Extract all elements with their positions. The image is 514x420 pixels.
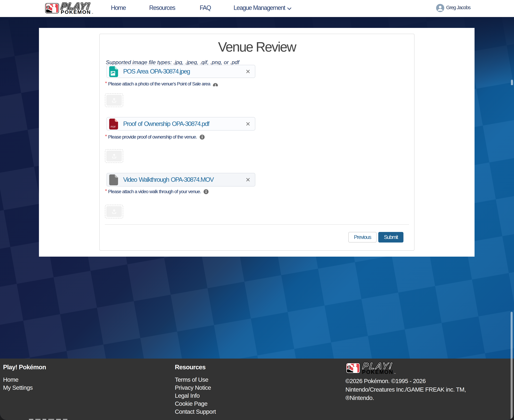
svg-text:™: ™ <box>394 373 396 375</box>
svg-text:PDF: PDF <box>111 125 116 128</box>
svg-text:™: ™ <box>91 13 93 15</box>
svg-text:POKÉMON: POKÉMON <box>362 369 393 375</box>
svg-text:POKÉMON: POKÉMON <box>61 9 91 15</box>
